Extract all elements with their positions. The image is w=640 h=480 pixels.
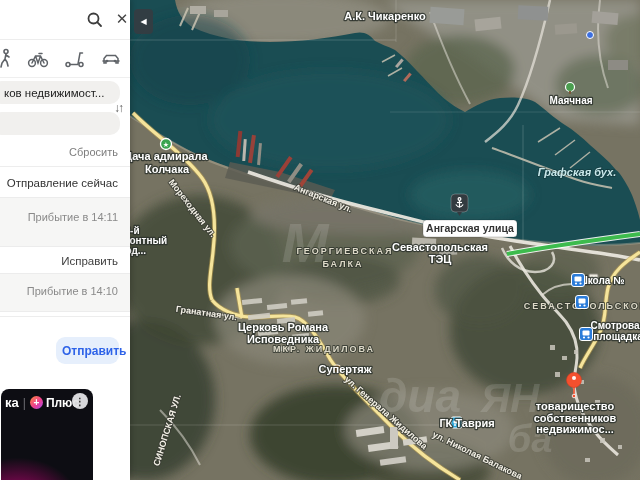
route-option-row[interactable]: Прибытие в 14:10 xyxy=(0,273,130,312)
svg-text:Смотровая: Смотровая xyxy=(591,320,640,331)
bus-stop-icon[interactable] xyxy=(576,296,589,309)
label-church-1: Церковь Романа xyxy=(238,321,329,333)
poi-church[interactable]: Церковь Романа Исповедника xyxy=(238,321,329,345)
departure-time-selector[interactable]: Отправление сейчас xyxy=(7,177,118,189)
panel-header: ✕ xyxy=(0,0,130,40)
svg-text:недвижимос...: недвижимос... xyxy=(536,423,614,435)
arrival-time-2: Прибытие в 14:10 xyxy=(27,285,118,297)
label-tsn: товарищество собственников недвижимос... xyxy=(534,400,617,435)
svg-text:товарищество: товарищество xyxy=(536,400,615,412)
label-supertyazh: Супертяж xyxy=(318,363,371,375)
tab-taxi[interactable] xyxy=(99,47,123,71)
app-window: М диа ЯН ба А.К. Чикаренко Маячная ★ Дач… xyxy=(0,0,640,480)
divider xyxy=(0,316,130,317)
tab-scooter[interactable] xyxy=(63,47,87,71)
label-dacha-2: Колчака xyxy=(145,163,190,175)
ad-banner[interactable]: ка | + Плюс ⋮ xyxy=(1,389,93,480)
poi-supertyazh[interactable]: Супертяж xyxy=(318,363,371,375)
close-button[interactable]: ✕ xyxy=(111,8,133,30)
ad-brand-text: ка xyxy=(5,395,19,410)
walk-icon xyxy=(0,47,17,71)
tree-trunk xyxy=(569,91,571,94)
poi-gk-tavria[interactable]: ГК Таврия xyxy=(439,417,494,429)
collapse-panel-button[interactable]: ◀ xyxy=(134,9,153,34)
tab-bike[interactable] xyxy=(26,47,50,71)
route-option-row[interactable]: Прибытие в 14:11 xyxy=(0,197,130,247)
map-canvas[interactable]: М диа ЯН ба А.К. Чикаренко Маячная ★ Дач… xyxy=(130,0,640,480)
tree-icon xyxy=(566,83,575,92)
reset-link[interactable]: Сбросить xyxy=(69,146,118,158)
svg-text:площадка: площадка xyxy=(593,331,640,342)
label-smotrovaya: Смотровая площадка xyxy=(591,320,640,342)
search-button[interactable] xyxy=(84,9,106,31)
label-dacha-1: Дача адмирала xyxy=(130,150,208,162)
svg-text:авод...: авод... xyxy=(130,245,146,256)
svg-text:Севастопольская: Севастопольская xyxy=(392,241,488,253)
route-to-input[interactable] xyxy=(0,112,120,135)
bus-stop-icon[interactable] xyxy=(572,274,585,287)
svg-text:ТЭЦ: ТЭЦ xyxy=(429,253,452,265)
submit-button[interactable]: Отправить xyxy=(56,337,119,364)
transport-mode-tabs xyxy=(0,40,130,78)
map-svg: М диа ЯН ба А.К. Чикаренко Маячная ★ Дач… xyxy=(130,0,640,480)
close-icon: ✕ xyxy=(116,10,129,28)
search-icon xyxy=(84,9,106,31)
arrival-time-1: Прибытие в 14:11 xyxy=(28,211,118,223)
stop-bubble-angarskaya[interactable]: Ангарская улица xyxy=(423,220,517,237)
label-grafskaya-bay: Графская бух. xyxy=(538,166,617,178)
taxi-icon xyxy=(99,47,123,71)
scooter-icon xyxy=(63,47,87,71)
collapse-arrow-icon: ◀ xyxy=(140,17,146,26)
svg-text:БАЛКА: БАЛКА xyxy=(322,259,363,269)
label-mkr-zhidilova: МКР. ЖИДИЛОВА xyxy=(273,344,375,354)
tab-walk[interactable] xyxy=(0,47,17,71)
star-glyph: ★ xyxy=(163,141,169,148)
route-from-input[interactable] xyxy=(0,81,120,104)
ad-menu-button[interactable]: ⋮ xyxy=(72,393,88,409)
routes-panel: ✕ xyxy=(0,0,130,480)
ad-header: ка | + Плюс xyxy=(5,395,79,410)
bus-stop-icon[interactable] xyxy=(580,328,593,341)
label-angarskaya-stop: Ангарская улица xyxy=(426,222,514,234)
svg-text:ГЕОРГИЕВСКАЯ: ГЕОРГИЕВСКАЯ xyxy=(297,246,394,256)
ad-separator: | xyxy=(23,396,26,410)
more-dots-icon: ⋮ xyxy=(75,396,85,407)
blue-dot-poi[interactable] xyxy=(587,32,594,39)
svg-text:ЯН: ЯН xyxy=(480,376,540,420)
label-gk-tavria: ГК Таврия xyxy=(439,417,494,429)
plus-logo-icon: + xyxy=(30,396,43,409)
divider xyxy=(0,166,130,167)
label-chikarenko: А.К. Чикаренко xyxy=(344,10,426,22)
label-mayachnaya: Маячная xyxy=(549,95,592,106)
fix-link[interactable]: Исправить xyxy=(61,255,118,267)
label-church-2: Исповедника xyxy=(247,333,320,345)
bike-icon xyxy=(26,47,50,71)
